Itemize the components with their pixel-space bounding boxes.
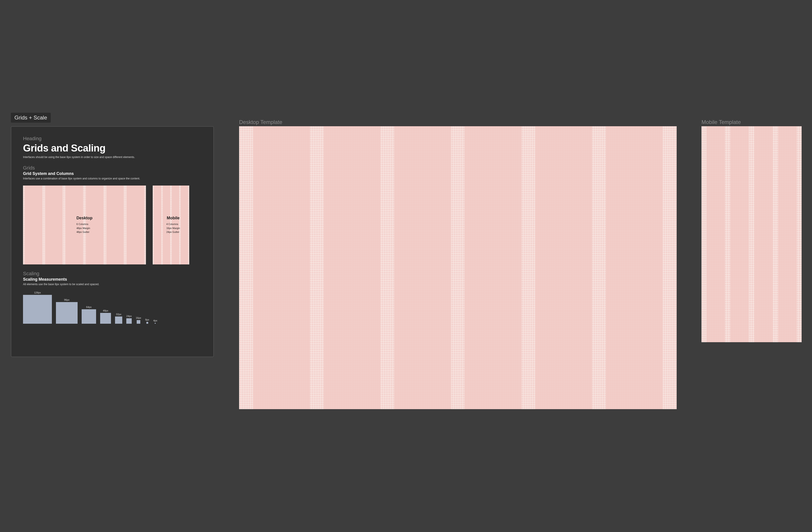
scale-item: 48px: [100, 309, 111, 324]
scale-square: [56, 302, 77, 324]
frame-label-desktop[interactable]: Desktop Template: [239, 119, 282, 125]
scale-label: 16px: [136, 316, 141, 319]
grid-columns: [701, 126, 802, 342]
scale-square: [115, 316, 122, 324]
grid-spec-margin: 48px Margin: [76, 226, 92, 231]
intro-text: Interfaces should be using the base 8px …: [23, 156, 202, 159]
grid-previews: Desktop 6 Columns 48px Margin 48px Gutte…: [23, 186, 202, 264]
grid-name: Desktop: [76, 216, 92, 220]
heading-label: Heading: [23, 136, 202, 142]
grid-spec-gutter: 24px Gutter: [166, 230, 180, 234]
scale-item: 16px: [136, 316, 141, 324]
scale-item: 8px: [145, 318, 149, 324]
scale-item: 96px: [56, 298, 77, 324]
desktop-template-frame[interactable]: [239, 126, 677, 409]
scale-label: 128px: [34, 291, 41, 294]
frame-tag[interactable]: Grids + Scale: [11, 113, 51, 123]
scaling-section-title: Scaling Measurements: [23, 277, 202, 282]
scale-square: [137, 320, 140, 324]
grid-columns: [239, 126, 677, 409]
grids-section-title: Grid System and Columns: [23, 171, 202, 176]
grid-meta-mobile: Mobile 4 Columns 16px Margin 24px Gutter: [166, 216, 180, 234]
documentation-card[interactable]: Heading Grids and Scaling Interfaces sho…: [11, 126, 214, 357]
scale-label: 32px: [116, 313, 121, 315]
scale-label: 48px: [103, 309, 108, 312]
grid-meta-desktop: Desktop 6 Columns 48px Margin 48px Gutte…: [76, 216, 92, 234]
scale-square: [100, 313, 111, 324]
scaling-section-text: All elements use the base 8px system to …: [23, 283, 202, 286]
scale-label: 4px: [154, 319, 157, 322]
scale-square: [146, 322, 148, 324]
grids-section-text: Interfaces use a combination of base 8px…: [23, 177, 202, 180]
scaling-section-label: Scaling: [23, 271, 202, 277]
grid-spec-columns: 4 Columns: [166, 222, 180, 226]
scale-square: [82, 309, 96, 324]
scale-label: 8px: [145, 318, 149, 321]
grid-spec-margin: 16px Margin: [166, 226, 180, 231]
scale-label: 24px: [126, 315, 132, 317]
grid-spec-columns: 6 Columns: [76, 222, 92, 226]
grid-preview-mobile[interactable]: Mobile 4 Columns 16px Margin 24px Gutter: [153, 186, 189, 264]
scale-label: 64px: [86, 306, 91, 308]
grid-name: Mobile: [166, 216, 180, 220]
scale-item: 128px: [23, 291, 52, 324]
scale-label: 96px: [64, 298, 70, 301]
frame-label-mobile[interactable]: Mobile Template: [701, 119, 741, 125]
scale-square: [126, 318, 132, 324]
scale-item: 24px: [126, 315, 132, 324]
grid-spec-gutter: 48px Gutter: [76, 230, 92, 234]
page-title: Grids and Scaling: [23, 143, 202, 154]
scale-item: 4px: [154, 319, 157, 324]
mobile-template-frame[interactable]: [701, 126, 802, 342]
scale-row: 128px96px64px48px32px24px16px8px4px: [23, 291, 202, 324]
scale-square: [23, 295, 52, 324]
scale-item: 64px: [82, 306, 96, 324]
grids-section-label: Grids: [23, 165, 202, 171]
scale-square: [155, 323, 156, 324]
grid-preview-desktop[interactable]: Desktop 6 Columns 48px Margin 48px Gutte…: [23, 186, 146, 264]
scale-item: 32px: [115, 313, 122, 324]
